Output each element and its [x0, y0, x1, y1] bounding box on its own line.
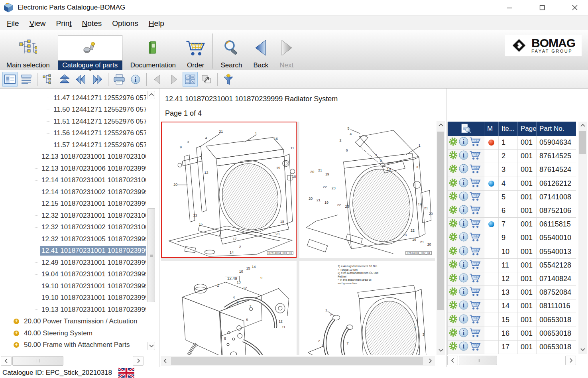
scroll-right-button[interactable]: [133, 356, 144, 366]
part-number-cell[interactable]: 05542128: [537, 259, 576, 272]
scroll-thumb[interactable]: [171, 357, 423, 365]
tree-item[interactable]: 19.10 101870231001 101870239999: [0, 292, 146, 304]
tree-vertical-scrollbar[interactable]: [147, 91, 155, 350]
info-circle-icon[interactable]: i: [458, 205, 469, 217]
scroll-right-button[interactable]: [425, 356, 435, 366]
menu-item-options[interactable]: Options: [107, 18, 143, 29]
diagram-radiator-mounting[interactable]: 2114 3912 201611 191022 151718 23214 876…: [161, 122, 297, 258]
diagram-expansion-tank[interactable]: 11015 141613 1294 6712 1158 32 12.49 12.…: [161, 261, 297, 355]
scroll-down-button[interactable]: [578, 345, 587, 354]
search-button[interactable]: Search: [216, 32, 248, 70]
tree-item[interactable]: 12.14 101870231002 101870239999: [0, 186, 146, 198]
scroll-thumb[interactable]: [437, 132, 444, 310]
tree-item[interactable]: 12.32 101870231001 101870231001: [0, 210, 146, 222]
menu-item-file[interactable]: File: [2, 18, 24, 29]
uk-flag-icon[interactable]: [118, 368, 134, 378]
info-circle-icon[interactable]: i: [458, 218, 469, 230]
gear-icon[interactable]: [448, 137, 458, 148]
tree-item[interactable]: 12.14 101870231001 101870231001: [0, 175, 146, 187]
menu-item-view[interactable]: View: [24, 18, 51, 29]
gear-icon[interactable]: [448, 260, 458, 271]
tree-horizontal-scrollbar[interactable]: [1, 356, 144, 366]
diagram-vertical-scrollbar[interactable]: [437, 121, 445, 355]
part-number-cell[interactable]: 06126212: [537, 177, 576, 190]
tree-item[interactable]: 19.13 101870231001 101870239999: [0, 304, 146, 316]
cart-icon[interactable]: [469, 163, 481, 176]
scroll-right-button[interactable]: [565, 356, 576, 365]
gear-icon[interactable]: [448, 273, 458, 285]
part-number-cell[interactable]: 06115815: [537, 218, 576, 231]
part-number-cell[interactable]: 08111016: [537, 299, 576, 313]
info-circle-icon[interactable]: i: [458, 136, 469, 149]
part-number-cell[interactable]: 08752106: [537, 204, 576, 217]
cart-icon[interactable]: [469, 150, 481, 162]
tree-item[interactable]: 12.13 101870231006 101870239999: [0, 163, 146, 175]
tree-item[interactable]: +20.00 Power Transmission / Actuation: [0, 316, 146, 328]
tree-item[interactable]: 12.32 101870231005 101870239999: [0, 233, 146, 245]
tree-item[interactable]: 11.56 12441271 12552976 0570: [0, 128, 146, 140]
expand-plus-icon[interactable]: +: [14, 319, 19, 324]
gear-icon[interactable]: [448, 246, 458, 258]
order-button[interactable]: Order: [182, 32, 209, 70]
scroll-up-button[interactable]: [437, 121, 445, 130]
part-number-cell[interactable]: 00653018: [537, 313, 576, 326]
gear-icon[interactable]: [448, 287, 458, 298]
info-circle-icon[interactable]: i: [458, 286, 469, 299]
part-number-cell[interactable]: 00653018: [537, 327, 576, 340]
documentation-button[interactable]: Documentation: [125, 32, 181, 70]
cart-icon[interactable]: [469, 314, 481, 326]
part-number-cell[interactable]: 00653018: [537, 341, 576, 354]
tree-item[interactable]: +40.00 Steering System: [0, 327, 146, 339]
gear-icon[interactable]: [448, 328, 458, 339]
gear-icon[interactable]: [448, 341, 458, 353]
close-icon[interactable]: [569, 2, 581, 14]
scroll-up-button[interactable]: [578, 122, 587, 130]
scroll-thumb[interactable]: [459, 356, 497, 365]
scroll-thumb[interactable]: [12, 356, 63, 366]
info-circle-icon[interactable]: i: [458, 163, 469, 176]
info-circle-icon[interactable]: i: [458, 327, 469, 340]
gear-icon[interactable]: [448, 300, 458, 312]
menu-item-print[interactable]: Print: [51, 18, 77, 29]
cart-icon[interactable]: [469, 286, 481, 299]
parts-vertical-scrollbar[interactable]: [578, 122, 587, 354]
parts-horizontal-scrollbar[interactable]: [447, 356, 576, 365]
gear-icon[interactable]: [448, 219, 458, 230]
cart-icon[interactable]: [469, 232, 481, 244]
filter-icon[interactable]: [221, 72, 236, 87]
gear-icon[interactable]: [448, 164, 458, 175]
cart-icon[interactable]: [469, 259, 481, 272]
part-number-cell[interactable]: 05540010: [537, 231, 576, 244]
scroll-left-button[interactable]: [161, 356, 170, 366]
tree-item[interactable]: 11.50 12441271 12552976 0570: [0, 104, 146, 116]
cart-icon[interactable]: [469, 300, 481, 312]
cart-icon[interactable]: [469, 327, 481, 340]
back-button[interactable]: Back: [248, 32, 273, 70]
export-icon[interactable]: [199, 72, 214, 87]
print-icon[interactable]: [112, 72, 127, 87]
scroll-left-button[interactable]: [447, 356, 458, 365]
column-header-item[interactable]: Ite...: [499, 122, 518, 136]
info-circle-icon[interactable]: i: [458, 150, 469, 162]
cart-icon[interactable]: [469, 273, 481, 285]
cart-icon[interactable]: [469, 218, 481, 230]
cart-icon[interactable]: [469, 341, 481, 353]
collapse-up-icon[interactable]: [57, 72, 72, 87]
cart-icon[interactable]: [469, 246, 481, 258]
scroll-down-button[interactable]: [437, 346, 445, 355]
info-circle-icon[interactable]: i: [458, 273, 469, 285]
scroll-thumb[interactable]: [147, 208, 155, 302]
tree-item[interactable]: 11.47 12441271 12552976 0570: [0, 92, 146, 104]
menu-item-help[interactable]: Help: [144, 18, 169, 29]
tree-item[interactable]: 12.41 101870231001 101870239999: [0, 245, 146, 257]
nav-right-icon[interactable]: [166, 72, 181, 87]
tree-item[interactable]: +50.00 Frame with Attachment Parts: [0, 339, 146, 351]
info-circle-icon[interactable]: i: [458, 259, 469, 272]
part-number-cell[interactable]: 05904634: [537, 136, 576, 149]
tree-item[interactable]: 12.32 101870231002 101870231004: [0, 222, 146, 234]
part-number-cell[interactable]: 87614525: [537, 150, 576, 163]
tree-item[interactable]: 11.57 12441271 12552976 0570: [0, 139, 146, 151]
maximize-icon[interactable]: [536, 2, 548, 14]
tree-item[interactable]: 11.51 12441271 12552976 0570: [0, 116, 146, 128]
info-circle-icon[interactable]: i: [458, 232, 469, 244]
